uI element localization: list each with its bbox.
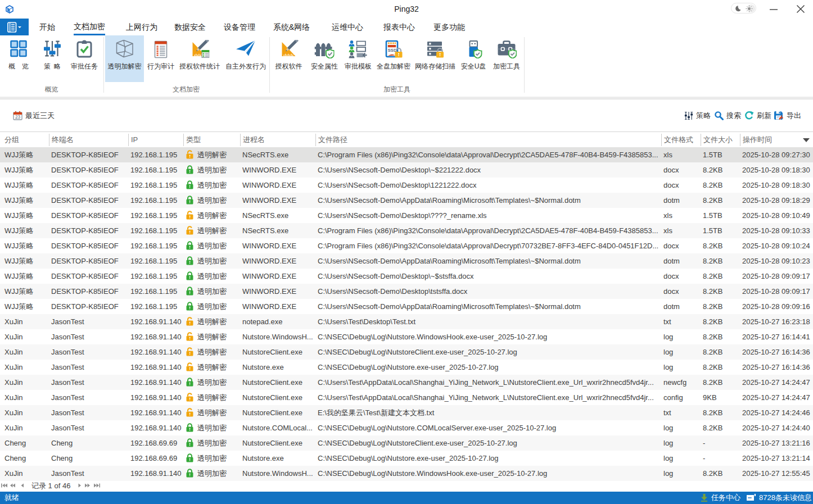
- svg-text:23: 23: [15, 115, 21, 120]
